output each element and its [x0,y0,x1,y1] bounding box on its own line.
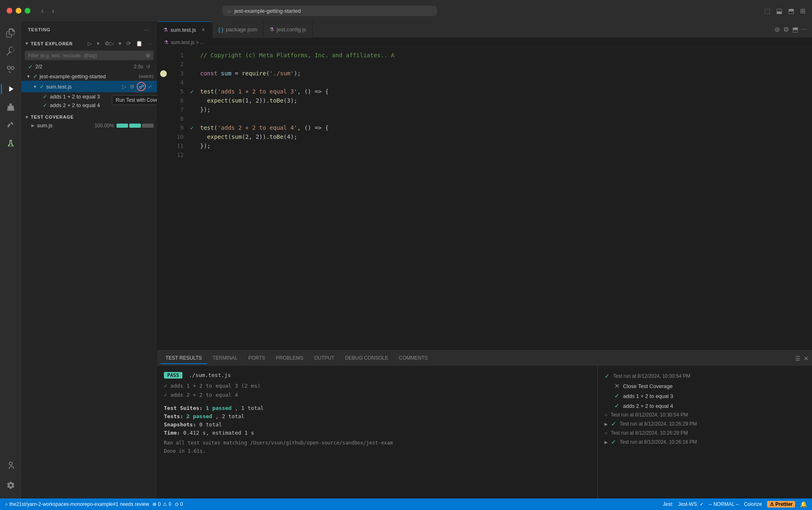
result-test-2[interactable]: ✓ adds 2 + 2 to equal 4 [604,401,805,411]
panel-tab-test-results[interactable]: TEST RESULTS [161,353,207,364]
result-run-3[interactable]: ▶ ✓ Test run at 8/12/2024, 10:26:29 PM [604,419,805,429]
coverage-bar-2 [129,124,141,128]
close-panel-icon[interactable]: ✕ [804,355,809,362]
status-prettier[interactable]: ⚠ Prettier [767,501,795,507]
check-blank-1 [190,51,200,60]
search-input[interactable] [234,8,432,14]
split-editor-icon[interactable]: ⬒ [788,7,794,15]
kw-expect1-p: ( [228,96,231,105]
result-check-3: ✓ [611,438,616,446]
debug-tests-button[interactable]: ⚙▷ [103,40,115,47]
main-container: TESTING ··· ▼ TEST EXPLORER ▷ ▾ ⚙▷ ▾ ⟳ 📋… [0,21,812,498]
suite-item[interactable]: ▼ ✓ jest-example-getting-started (watch) [21,72,157,81]
panel-tab-ports[interactable]: PORTS [243,353,270,364]
clear-results-icon[interactable]: ☰ [795,355,800,362]
coverage-file-item[interactable]: ▶ sum.js 100.00% [21,121,157,130]
sidebar-item-testing[interactable] [2,99,19,115]
more-tabs-icon[interactable]: ··· [802,26,807,33]
kw-test1-str: 'adds 1 + 2 to equal 3' [217,87,297,96]
sidebar-item-explorer[interactable] [2,25,19,41]
kw-sum1-args: (1, 2)). [242,96,269,105]
line-num-1: 1 [169,51,184,60]
filter-input[interactable] [28,53,143,58]
kw-test1-p1: ( [214,87,217,96]
tests-value: 2 passed [187,413,212,419]
run-tests-dropdown[interactable]: ▾ [95,40,101,47]
result-run-5[interactable]: ▶ ✓ Test run at 8/12/2024, 10:26:16 PM [604,437,805,447]
file-item-sum-test[interactable]: ▼ ✓ sum.test.js ▷ ⚙ ☍ Run Test with Cove… [21,81,157,92]
sidebar-more-button[interactable]: ··· [142,26,150,34]
sidebar-toggle-icon[interactable]: ⬚ [764,7,770,15]
tests-total: , 2 total [215,413,244,419]
run-coverage-button[interactable]: ☍ [137,82,146,91]
result-circle-2: ○ [604,430,607,436]
run-tests-button[interactable]: ▷ [86,40,93,47]
sidebar-item-settings[interactable] [2,477,19,494]
result-run-4[interactable]: ○ Test run at 8/12/2024, 10:26:29 PM [604,429,805,437]
result-run-2[interactable]: ○ Test run at 8/12/2024, 10:30:54 PM [604,411,805,419]
code-line-10: expect ( sum (2, 2)). toBe (4); [200,132,805,141]
filter-icon-2[interactable]: ⊜ [775,26,780,33]
status-colorize[interactable]: Colorize [744,501,762,507]
traffic-light-minimize[interactable] [16,8,21,14]
tab-json-icon: { } [218,26,223,33]
panel-tab-output[interactable]: OUTPUT [309,353,339,364]
sidebar-item-account[interactable] [2,457,19,474]
sidebar-item-search[interactable] [2,43,19,59]
test1-check-icon: ✓ [43,94,47,100]
suite-label: jest-example-getting-started [40,73,135,80]
test-explorer-header[interactable]: ▼ TEST EXPLORER ▷ ▾ ⚙▷ ▾ ⟳ 📋 ··· [21,38,157,49]
result-close-coverage[interactable]: ✕ Close Test Coverage [604,381,805,391]
more-actions-button[interactable]: ··· [146,40,154,47]
test-coverage-header[interactable]: ▼ TEST COVERAGE [21,113,157,121]
open-file-button[interactable]: ⤢ [147,83,154,90]
result-x-icon[interactable]: ✕ [614,382,620,390]
panel-tab-debug-console[interactable]: DEBUG CONSOLE [340,353,393,364]
tab-sum-test[interactable]: ⚗ sum.test.js ✕ [157,21,212,38]
status-git[interactable]: ⑃ the21st/yarn-2-workspaces-monorepo-exa… [5,501,149,507]
test-explorer-chevron: ▼ [25,41,29,46]
status-errors[interactable]: ⊗ 0 ⚠ 0 [152,501,171,507]
result-expand-2: ▶ [604,440,608,444]
settings-icon[interactable]: ⚙ [783,26,789,33]
customize-layout-icon[interactable]: ⊞ [800,7,805,15]
title-bar: ‹ › ⌕ ⬚ ⬓ ⬒ ⊞ [0,0,812,21]
forward-button[interactable]: › [49,6,57,16]
tab-package-json[interactable]: { } package.json [212,21,264,38]
kw-require: require [242,69,266,78]
tab-jest-config[interactable]: ⚗ jest.config.js [264,21,313,38]
sidebar-item-extensions[interactable] [2,117,19,133]
status-bell-icon[interactable]: 🔔 [800,501,807,508]
panel-tab-problems[interactable]: PROBLEMS [271,353,308,364]
kw-expect2: expect [207,132,228,141]
status-network[interactable]: ⊙ 0 [175,501,183,507]
traffic-light-close[interactable] [7,8,12,14]
result-run-1[interactable]: ✓ Test run at 8/12/2024, 10:30:54 PM [604,371,805,381]
sidebar-item-source-control[interactable] [2,61,19,77]
sidebar-item-run-debug[interactable] [2,81,19,97]
run-all-tests-button[interactable]: ⟳ [125,40,133,47]
show-output-button[interactable]: 📋 [134,40,144,47]
split-right-icon[interactable]: ⬒ [792,26,798,33]
traffic-light-fullscreen[interactable] [25,8,30,14]
tab-close-1[interactable]: ✕ [200,27,206,33]
panel-tab-terminal[interactable]: TERMINAL [208,353,243,364]
back-button[interactable]: ‹ [39,6,46,16]
test-item-1[interactable]: ✓ adds 1 + 2 to equal 3 [21,92,157,101]
panel-tab-comments[interactable]: COMMENTS [394,353,433,364]
panel-toggle-icon[interactable]: ⬓ [776,7,782,15]
debug-tests-dropdown[interactable]: ▾ [117,40,123,47]
test-item-2[interactable]: ✓ adds 2 + 2 to equal 4 [21,101,157,110]
status-row: ✓ 2/2 2.9s ↺ [21,62,157,72]
status-jest-ws[interactable]: Jest-WS: ✓ [678,501,704,507]
sidebar-item-flask[interactable] [2,135,19,152]
breadcrumb-text: sum.test.js > ... [171,40,204,45]
activity-bar-bottom [2,457,19,495]
debug-file-button[interactable]: ⚙ [128,83,136,90]
status-jest[interactable]: Jest: [663,501,673,507]
search-bar[interactable]: ⌕ [223,6,437,16]
result-test-1[interactable]: ✓ adds 1 + 2 to equal 3 [604,391,805,401]
run-file-button[interactable]: ▷ [121,83,128,90]
git-icon: ⑃ [5,501,8,507]
kw-sum2-args: (2, 2)). [242,132,269,141]
